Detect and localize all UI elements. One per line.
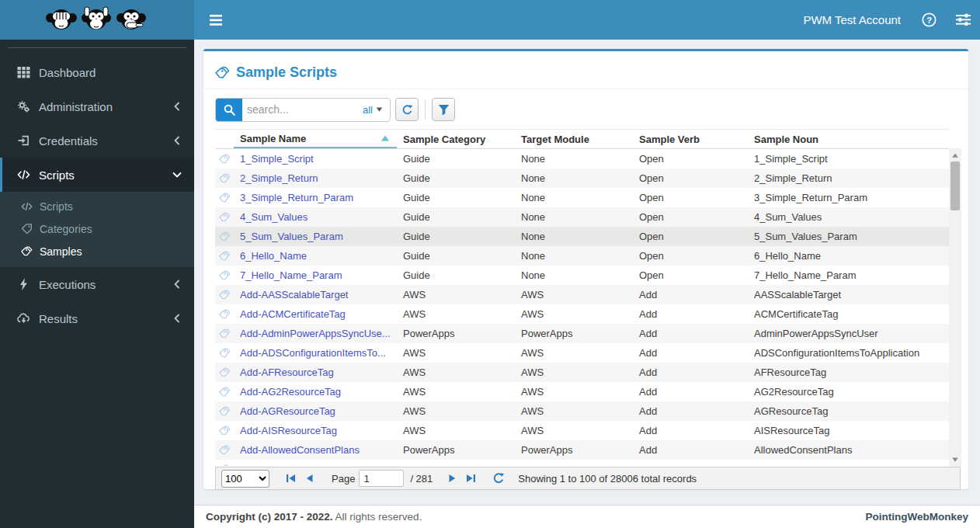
cell-sample-category: Guide — [397, 211, 515, 223]
table-row[interactable]: Add-AGResourceTagAWSAWSAddAGResourceTag — [215, 401, 949, 421]
settings-button[interactable] — [946, 0, 980, 40]
three-monkeys-logo-icon — [44, 2, 150, 38]
row-tags-icon — [215, 348, 234, 359]
scroll-up-arrow[interactable] — [949, 150, 961, 161]
sidebar-item-administration[interactable]: Administration — [0, 89, 194, 123]
table-row[interactable]: 7_Hello_Name_ParamGuideNoneOpen7_Hello_N… — [215, 266, 949, 285]
table-row[interactable]: Add-ADSConfigurationItemsTo...AWSAWSAddA… — [215, 343, 949, 363]
sample-name-link[interactable]: 4_Sum_Values — [240, 211, 308, 223]
sign-in-icon — [17, 134, 30, 147]
grid-body: 1_Simple_ScriptGuideNoneOpen1_Simple_Scr… — [215, 149, 949, 466]
sample-name-link[interactable]: Add-AGResourceTag — [240, 405, 335, 417]
table-row[interactable]: Add-AFResourceTagAWSAWSAddAFResourceTag — [215, 363, 949, 382]
search-scope-dropdown[interactable]: all — [360, 104, 390, 116]
table-row[interactable]: Add-AdminPowerAppsSyncUse...PowerAppsPow… — [215, 324, 949, 343]
next-page-button[interactable] — [443, 470, 460, 487]
sidebar-item-credentials[interactable]: Credentials — [0, 123, 194, 158]
table-row[interactable]: Add-ACMCertificateTagAWSAWSAddACMCertifi… — [215, 304, 949, 324]
sample-name-link[interactable]: Add-AASScalableTarget — [240, 289, 348, 300]
code-icon — [17, 168, 30, 181]
row-tags-icon — [215, 367, 234, 378]
sample-name-link[interactable]: 3_Simple_Return_Param — [240, 192, 353, 203]
sidebar-item-results[interactable]: Results — [0, 301, 194, 335]
sidebar-toggle-button[interactable] — [204, 9, 228, 32]
previous-page-button[interactable] — [301, 470, 318, 487]
search-input[interactable] — [242, 103, 360, 116]
search-button[interactable] — [216, 98, 242, 122]
sample-scripts-panel: Sample Scripts all — [203, 49, 968, 489]
sidebar-item-label: Administration — [39, 100, 113, 113]
table-row[interactable]: Add-AASScalableTargetAWSAWSAddAASScalabl… — [215, 285, 949, 304]
sample-name-link[interactable]: Add-AdminPowerAppsSyncUse... — [240, 328, 391, 339]
sample-name-link[interactable]: Add-AllowedConsentPlans — [240, 444, 360, 456]
filter-button[interactable] — [432, 98, 455, 121]
account-menu[interactable]: PWM Test Account — [792, 0, 912, 40]
help-circle-icon — [922, 12, 937, 27]
cell-sample-name: Add-AG2ResourceTag — [234, 386, 397, 398]
sample-name-link[interactable]: Add-AFResourceTag — [240, 366, 334, 378]
sidebar-subitem-label: Scripts — [40, 200, 73, 213]
scrollbar-thumb[interactable] — [950, 162, 960, 210]
page-size-select[interactable]: 100 — [221, 470, 269, 488]
column-header-target-module[interactable]: Target Module — [515, 130, 633, 148]
table-row[interactable]: 5_Sum_Values_ParamGuideNoneOpen5_Sum_Val… — [215, 227, 949, 246]
column-header-sample-name[interactable]: Sample Name — [234, 130, 397, 148]
column-header-sample-noun[interactable]: Sample Noun — [748, 130, 949, 148]
table-row[interactable]: Add-AllowedConsentPlansPowerAppsPowerApp… — [215, 440, 949, 460]
table-row[interactable]: Add-ALXBContactToAddressBookAWSAWSAddALX… — [215, 460, 949, 466]
cell-sample-name: Add-ADSConfigurationItemsTo... — [234, 347, 397, 359]
help-button[interactable] — [912, 0, 946, 40]
vertical-scrollbar[interactable] — [949, 148, 961, 467]
column-header-sample-verb[interactable]: Sample Verb — [633, 130, 748, 148]
table-row[interactable]: Add-AG2ResourceTagAWSAWSAddAG2ResourceTa… — [215, 382, 949, 401]
tag-icon — [21, 224, 33, 234]
cell-sample-category: AWS — [397, 347, 515, 359]
search-group: all — [215, 98, 391, 122]
sidebar-item-label: Executions — [39, 278, 96, 291]
sample-name-link[interactable]: Add-ADSConfigurationItemsTo... — [240, 347, 386, 359]
sample-name-link[interactable]: Add-AG2ResourceTag — [240, 386, 341, 398]
cell-sample-category: AWS — [397, 464, 515, 466]
sidebar-subitem-categories[interactable]: Categories — [0, 217, 194, 240]
column-header-sample-category[interactable]: Sample Category — [397, 130, 515, 148]
refresh-button[interactable] — [395, 98, 419, 121]
sample-name-link[interactable]: 7_Hello_Name_Param — [240, 269, 342, 281]
samples-grid: Sample Name Sample Category Target Modul… — [215, 129, 949, 466]
cell-target-module: AWS — [515, 425, 633, 436]
table-row[interactable]: 4_Sum_ValuesGuideNoneOpen4_Sum_Values — [215, 207, 949, 227]
table-row[interactable]: Add-AISResourceTagAWSAWSAddAISResourceTa… — [215, 421, 949, 440]
content-area: Sample Scripts all — [194, 40, 980, 505]
sidebar-item-label: Credentials — [39, 134, 98, 148]
sample-name-link[interactable]: Add-ACMCertificateTag — [240, 308, 346, 320]
sample-name-link[interactable]: Add-AISResourceTag — [240, 425, 337, 436]
sample-name-link[interactable]: 1_Simple_Script — [240, 153, 314, 165]
scroll-down-arrow[interactable] — [949, 454, 961, 465]
first-page-button[interactable] — [282, 470, 299, 487]
sidebar-item-scripts[interactable]: Scripts — [0, 158, 194, 192]
page-number-input[interactable] — [359, 470, 404, 487]
sidebar-subitem-scripts[interactable]: Scripts — [0, 195, 194, 217]
cell-sample-verb: Open — [633, 211, 748, 223]
logo[interactable] — [0, 0, 194, 40]
cell-sample-noun: 5_Sum_Values_Param — [748, 231, 949, 242]
tags-icon — [21, 246, 33, 257]
sidebar-subitem-samples[interactable]: Samples — [0, 240, 194, 262]
row-tags-icon — [215, 445, 234, 456]
pager-refresh-button[interactable] — [488, 470, 509, 487]
last-page-button[interactable] — [462, 470, 479, 487]
table-row[interactable]: 3_Simple_Return_ParamGuideNoneOpen3_Simp… — [215, 188, 949, 207]
sidebar: Dashboard Administration Credentials Scr… — [0, 0, 194, 528]
records-status: Showing 1 to 100 of 28006 total records — [518, 473, 697, 485]
cell-sample-noun: AISResourceTag — [748, 425, 949, 436]
table-row[interactable]: 2_Simple_ReturnGuideNoneOpen2_Simple_Ret… — [215, 168, 949, 188]
sample-name-link[interactable]: 2_Simple_Return — [240, 172, 318, 184]
cell-target-module: None — [515, 153, 633, 165]
sample-name-link[interactable]: Add-ALXBContactToAddressBook — [240, 464, 393, 466]
table-row[interactable]: 1_Simple_ScriptGuideNoneOpen1_Simple_Scr… — [215, 149, 949, 168]
table-row[interactable]: 6_Hello_NameGuideNoneOpen6_Hello_Name — [215, 246, 949, 266]
row-tags-icon — [215, 212, 234, 223]
sample-name-link[interactable]: 5_Sum_Values_Param — [240, 231, 343, 242]
sidebar-item-dashboard[interactable]: Dashboard — [0, 55, 194, 89]
sample-name-link[interactable]: 6_Hello_Name — [240, 250, 307, 262]
sidebar-item-executions[interactable]: Executions — [0, 267, 194, 301]
